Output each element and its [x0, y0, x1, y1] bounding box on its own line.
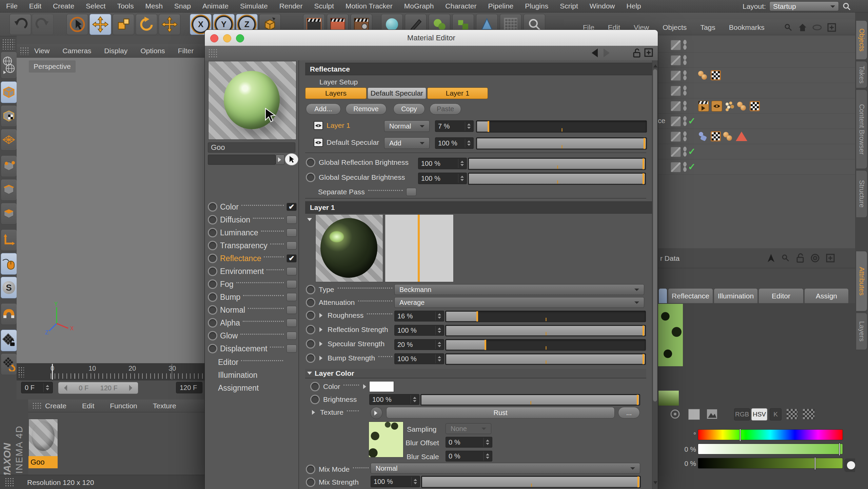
material-tag-icon[interactable]	[723, 131, 733, 141]
layer-color-icon[interactable]	[671, 71, 681, 81]
hsv-mode-button[interactable]: HSV	[751, 408, 767, 420]
remove-layer-button[interactable]: Remove	[346, 103, 387, 115]
slider-thumb[interactable]	[476, 311, 478, 321]
close-button[interactable]	[210, 34, 218, 42]
blur-offset-field[interactable]: 0 %	[446, 437, 492, 448]
lock-icon[interactable]	[633, 48, 641, 58]
slider-thumb[interactable]	[488, 121, 489, 132]
material-manager-grip[interactable]	[32, 402, 41, 410]
menu-edit[interactable]: Edit	[29, 2, 41, 10]
image-picker-icon[interactable]	[707, 409, 717, 419]
texture-tag-icon[interactable]	[750, 101, 760, 111]
k-mode-button[interactable]: K	[770, 408, 782, 420]
channel-row-environment[interactable]: Environment	[208, 266, 297, 276]
frame-range-slider[interactable]: 0 F 120 F	[58, 382, 138, 394]
channel-radio[interactable]	[208, 292, 217, 302]
channel-radio[interactable]	[208, 279, 217, 289]
channel-label[interactable]: Displacement	[220, 344, 267, 353]
layer-visible-icon[interactable]	[314, 121, 323, 130]
objects-home-icon[interactable]	[798, 23, 807, 32]
spinner-icon[interactable]	[465, 122, 471, 131]
menu-render[interactable]: Render	[279, 2, 303, 10]
reflection-strength-slider[interactable]	[445, 325, 646, 336]
channel-row-fog[interactable]: Fog	[208, 279, 297, 289]
menu-character[interactable]: Character	[445, 2, 476, 10]
layer1-opacity-slider[interactable]	[476, 120, 647, 133]
color-swatch-icon[interactable]	[688, 409, 700, 420]
channel-label[interactable]: Assignment	[218, 384, 259, 393]
visibility-dots-icon[interactable]	[683, 131, 687, 141]
channel-checkbox[interactable]	[287, 241, 297, 250]
spinner-icon[interactable]	[435, 340, 441, 349]
attributes-target-icon[interactable]	[810, 253, 820, 263]
visibility-dots-icon[interactable]	[683, 146, 687, 157]
channel-checkbox[interactable]	[287, 345, 297, 353]
channel-checkbox[interactable]	[287, 293, 297, 301]
coordinate-globe-button[interactable]	[1, 52, 17, 79]
points-mode-button[interactable]	[1, 155, 17, 177]
expand-triangle-icon[interactable]	[363, 384, 369, 389]
tab-reflectance[interactable]: Reflectance	[668, 288, 713, 303]
objects-menu-objects[interactable]: Objects	[663, 23, 687, 32]
menu-motion-tracker[interactable]: Motion Tracker	[346, 2, 393, 10]
pick-material-button[interactable]	[285, 153, 298, 165]
layer-visible-icon[interactable]	[314, 138, 323, 147]
rust-texture-thumbnail[interactable]	[369, 422, 403, 457]
slider-thumb[interactable]	[643, 158, 644, 169]
layer-color-header[interactable]: Layer Color	[305, 369, 646, 378]
parameter-radio[interactable]	[306, 173, 315, 182]
default-specular-blend-dropdown[interactable]: Add	[384, 137, 430, 149]
channel-label[interactable]: Editor	[218, 358, 238, 367]
spinner-icon[interactable]	[411, 395, 416, 404]
menu-script[interactable]: Script	[560, 2, 578, 10]
bump-strength-slider[interactable]	[445, 353, 646, 365]
menu-select[interactable]: Select	[86, 2, 105, 10]
channel-row-glow[interactable]: Glow	[208, 331, 297, 341]
channel-label[interactable]: Alpha	[220, 318, 240, 328]
tab-default-specular[interactable]: Default Specular	[368, 87, 426, 99]
viewport-menu-view[interactable]: View	[34, 47, 50, 55]
slider-thumb[interactable]	[485, 340, 486, 350]
floor-object-button[interactable]	[381, 14, 403, 30]
display-tag-icon[interactable]	[711, 101, 722, 112]
slider-thumb[interactable]	[643, 354, 644, 364]
character-tag-icon[interactable]	[698, 131, 708, 141]
spinner-icon[interactable]	[484, 438, 489, 447]
objects-menu-bookmarks[interactable]: Bookmarks	[729, 23, 765, 32]
render-view-button[interactable]	[303, 14, 325, 30]
camera-light-button[interactable]	[476, 14, 498, 30]
mm-menu-edit[interactable]: Edit	[82, 402, 94, 410]
attributes-cursor-icon[interactable]	[767, 254, 775, 262]
visibility-dots-icon[interactable]	[683, 40, 687, 50]
timeline-grip[interactable]	[18, 367, 24, 377]
hue-marker[interactable]	[739, 429, 741, 442]
add-panel-icon[interactable]	[644, 48, 653, 57]
channel-label[interactable]: Illumination	[218, 371, 257, 380]
material-name-label[interactable]: Goo	[28, 456, 58, 468]
slider-thumb[interactable]	[637, 476, 639, 487]
saturation-marker[interactable]	[839, 443, 840, 456]
channel-checkbox-checked[interactable]	[287, 254, 297, 262]
menu-help[interactable]: Help	[627, 2, 641, 10]
workplane-rotate-button[interactable]	[1, 353, 17, 375]
channel-radio[interactable]	[208, 254, 217, 263]
tab-editor[interactable]: Editor	[758, 288, 804, 303]
channel-label[interactable]: Normal	[220, 306, 245, 315]
default-specular-opacity-slider[interactable]	[476, 137, 647, 150]
parameter-radio[interactable]	[306, 465, 315, 474]
left-toolbar-grip[interactable]	[2, 39, 15, 50]
roughness-field[interactable]: 16 %	[394, 311, 444, 321]
range-right-arrow-icon[interactable]	[129, 385, 135, 391]
channel-label[interactable]: Luminance	[220, 228, 258, 237]
layer1-opacity-field[interactable]: 7 %	[435, 120, 474, 132]
global-specular-slider[interactable]	[468, 173, 646, 185]
material-name-field[interactable]: Goo	[208, 142, 295, 153]
menu-animate[interactable]: Animate	[202, 2, 229, 10]
slider-thumb[interactable]	[643, 173, 644, 184]
minimize-button[interactable]	[223, 34, 231, 42]
lock-workplane-button[interactable]	[1, 330, 17, 351]
current-frame-field[interactable]: 0 F	[21, 382, 53, 393]
scroll-up-icon[interactable]	[653, 62, 657, 67]
forward-arrow-icon[interactable]	[604, 48, 614, 57]
channel-row-alpha[interactable]: Alpha	[208, 318, 297, 328]
